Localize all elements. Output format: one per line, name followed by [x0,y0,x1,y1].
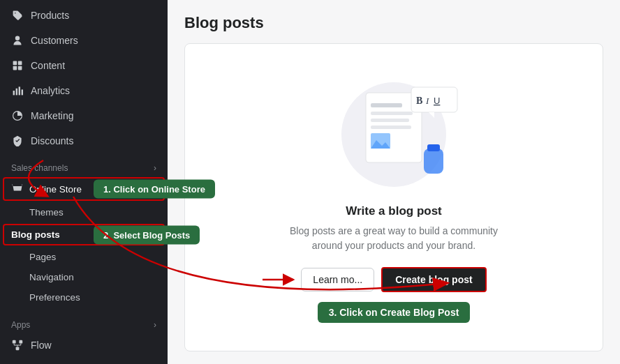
sidebar-item-discounts-label: Discounts [31,135,73,146]
svg-rect-15 [371,112,413,115]
svg-rect-25 [424,149,443,174]
svg-rect-2 [13,66,17,70]
sidebar-item-products-label: Products [31,10,69,21]
create-blog-post-button[interactable]: Create blog post [381,267,486,292]
step3-annotation: 3. Click on Create Blog Post [318,302,471,323]
sidebar-sub-preferences[interactable]: Preferences [0,287,168,308]
svg-rect-4 [13,91,15,95]
online-store-label: Online Store [29,184,82,195]
svg-rect-11 [16,347,20,350]
blog-posts-label: Blog posts [11,229,60,240]
learn-more-button[interactable]: Learn mo... [301,268,374,291]
store-icon [11,183,24,195]
chevron-right-icon: › [154,163,156,173]
svg-rect-9 [13,340,16,344]
sidebar-sub-themes[interactable]: Themes [0,202,168,222]
svg-text:B: B [416,96,422,106]
sidebar-item-analytics-label: Analytics [31,85,70,96]
flow-label: Flow [31,340,52,351]
sidebar-item-flow[interactable]: Flow [0,333,168,358]
page-title: Blog posts [184,14,603,32]
sidebar-item-products[interactable]: Products [0,3,168,28]
person-icon [11,34,24,47]
sidebar-sub-blog-posts[interactable]: Blog posts [3,224,165,245]
svg-rect-26 [427,144,440,151]
sidebar-sub-pages[interactable]: Pages [0,247,168,267]
themes-label: Themes [29,207,64,218]
svg-rect-7 [22,89,23,95]
flow-icon [11,339,24,351]
chevron-right-icon2: › [154,320,156,330]
sidebar-item-customers-label: Customers [31,35,78,46]
svg-rect-3 [18,66,22,70]
navigation-label: Navigation [29,272,74,282]
sidebar-item-content[interactable]: Content [0,53,168,78]
sidebar-item-marketing-label: Marketing [31,110,73,121]
discount-icon [11,135,24,147]
preferences-label: Preferences [29,292,80,303]
analytics-icon [11,84,24,97]
actions-row: Learn mo... Create blog post [301,267,486,292]
blog-posts-card: B I U Write a blog post Blog posts are a… [184,43,603,351]
svg-text:I: I [425,96,429,106]
svg-rect-10 [19,340,22,344]
write-blog-desc: Blog posts are a great way to build a co… [282,224,505,253]
sidebar-item-analytics[interactable]: Analytics [0,78,168,103]
svg-rect-5 [16,89,17,96]
marketing-icon [11,109,24,122]
svg-rect-6 [19,86,20,95]
pages-label: Pages [29,252,56,262]
sidebar-item-marketing[interactable]: Marketing [0,103,168,128]
blog-posts-row: Blog posts 2. Select Blog Posts [3,224,165,245]
sales-channels-section: Sales channels › [0,156,168,176]
sidebar-item-content-label: Content [31,60,65,71]
sidebar-item-discounts[interactable]: Discounts [0,128,168,153]
tag-icon [11,9,24,22]
write-blog-title: Write a blog post [346,204,442,218]
svg-rect-0 [13,61,17,66]
svg-rect-14 [371,103,402,107]
sidebar: Products Customers Content Analytics Mar [0,0,168,364]
blog-illustration: B I U [320,72,467,190]
main-content: Blog posts B I U [168,0,620,364]
illustration-container: B I U [320,72,467,190]
sidebar-item-online-store[interactable]: Online Store [3,177,165,201]
svg-rect-1 [18,61,22,66]
create-arrow [263,273,297,287]
apps-section: Apps › [0,313,168,333]
svg-text:U: U [434,96,440,106]
content-icon [11,59,24,72]
svg-rect-17 [371,126,411,129]
sidebar-sub-navigation[interactable]: Navigation [0,267,168,287]
online-store-row: Online Store 1. Click on Online Store [3,177,165,201]
svg-rect-16 [371,119,409,122]
sidebar-item-customers[interactable]: Customers [0,28,168,53]
